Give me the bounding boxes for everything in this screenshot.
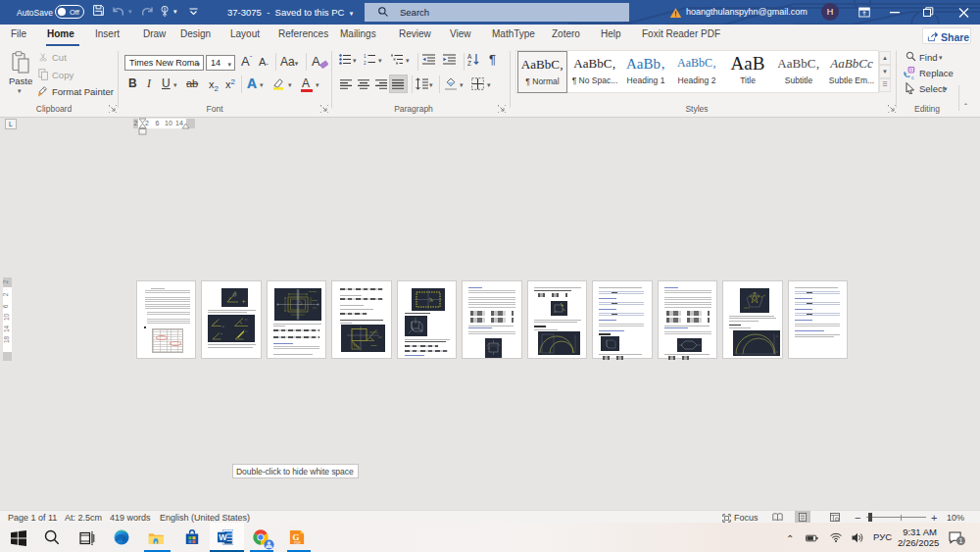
svg-text:Z: Z <box>467 60 471 66</box>
svg-text:W: W <box>219 532 227 542</box>
svg-text:PDF: PDF <box>294 541 300 545</box>
svg-text:A: A <box>467 53 472 60</box>
svg-text:b: b <box>910 67 913 73</box>
svg-text:2: 2 <box>364 61 367 65</box>
svg-text:1: 1 <box>364 54 367 59</box>
svg-text:c: c <box>911 75 914 79</box>
